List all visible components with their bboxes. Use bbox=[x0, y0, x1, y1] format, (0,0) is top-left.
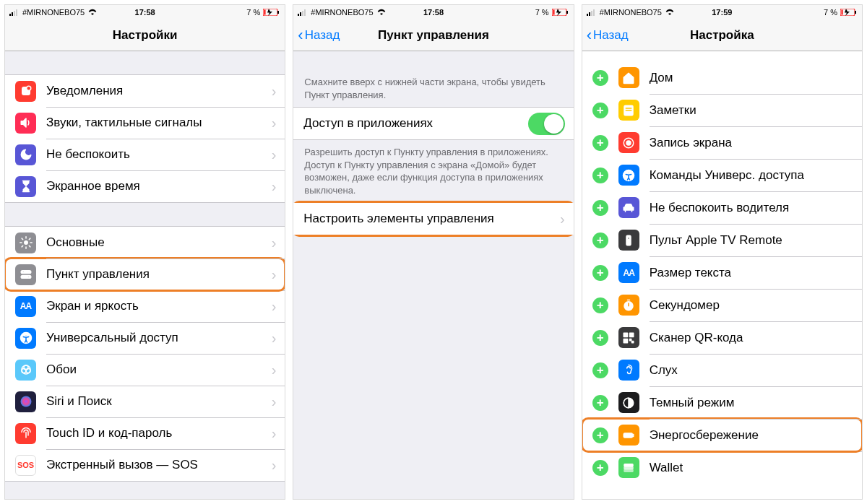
svg-point-20 bbox=[20, 396, 31, 407]
row-sos[interactable]: SOSЭкстренный вызов — SOS› bbox=[5, 449, 285, 481]
row-label: Настроить элементы управления bbox=[303, 212, 560, 226]
row-stopwatch[interactable]: +Секундомер bbox=[582, 289, 862, 321]
row-hourglass[interactable]: Экранное время› bbox=[5, 170, 285, 202]
moon-icon bbox=[15, 144, 36, 165]
row-remote[interactable]: +Пульт Apple TV Remote bbox=[582, 224, 862, 256]
screen-settings-root: #MIRNONEBO75 17:58 7 % Настройки Уведомл… bbox=[4, 4, 285, 500]
sos-icon: SOS bbox=[15, 455, 36, 476]
svg-point-8 bbox=[26, 86, 30, 90]
add-button[interactable]: + bbox=[592, 168, 608, 183]
row-label: Пункт управления bbox=[46, 267, 272, 282]
chevron-right-icon: › bbox=[272, 266, 277, 283]
chevron-right-icon: › bbox=[272, 235, 277, 251]
chevron-left-icon: ‹ bbox=[298, 27, 303, 43]
row-access-apps[interactable]: Доступ в приложениях bbox=[293, 108, 573, 139]
add-button[interactable]: + bbox=[592, 103, 608, 118]
svg-rect-0 bbox=[9, 14, 11, 16]
add-button[interactable]: + bbox=[592, 362, 608, 378]
control-center-content[interactable]: Смахните вверх с нижней части экрана, чт… bbox=[293, 51, 573, 499]
dark-icon bbox=[618, 392, 639, 413]
battery-percent: 7 % bbox=[535, 8, 549, 17]
customize-list[interactable]: +Дом+Заметки+Запись экрана+Команды Униве… bbox=[582, 51, 862, 499]
row-battery[interactable]: +Энергосбережение bbox=[582, 419, 862, 451]
status-bar: #MIRNONEBO75 17:58 7 % bbox=[293, 5, 573, 19]
row-moon[interactable]: Не беспокоить› bbox=[5, 139, 285, 170]
row-label: Touch ID и код-пароль bbox=[46, 426, 272, 440]
add-button[interactable]: + bbox=[592, 233, 608, 248]
status-bar: #MIRNONEBO75 17:58 7 % bbox=[5, 5, 285, 19]
add-button[interactable]: + bbox=[592, 70, 608, 86]
chevron-right-icon: › bbox=[272, 362, 277, 378]
svg-rect-57 bbox=[624, 469, 633, 472]
chevron-right-icon: › bbox=[272, 394, 277, 410]
battery-icon bbox=[618, 425, 639, 446]
row-dark[interactable]: +Темный режим bbox=[582, 386, 862, 419]
add-button[interactable]: + bbox=[592, 265, 608, 281]
row-home[interactable]: +Дом bbox=[582, 61, 862, 94]
add-button[interactable]: + bbox=[592, 297, 608, 313]
row-ear[interactable]: +Слух bbox=[582, 354, 862, 386]
svg-rect-30 bbox=[591, 11, 592, 16]
back-button[interactable]: ‹ Назад bbox=[298, 27, 340, 43]
row-accessibility[interactable]: +Команды Универс. доступа bbox=[582, 159, 862, 191]
add-button[interactable]: + bbox=[592, 135, 608, 151]
svg-point-41 bbox=[628, 172, 629, 173]
wifi-icon bbox=[665, 9, 675, 16]
row-label: Заметки bbox=[650, 103, 853, 118]
row-wallpaper[interactable]: Обои› bbox=[5, 354, 285, 386]
row-sounds[interactable]: Звуки, тактильные сигналы› bbox=[5, 107, 285, 139]
carrier-name: #MIRNONEBO75 bbox=[311, 8, 373, 17]
status-bar: #MIRNONEBO75 17:59 7 % bbox=[582, 5, 862, 19]
group-toggle: Доступ в приложениях bbox=[293, 107, 573, 140]
svg-rect-33 bbox=[841, 10, 842, 15]
row-notes[interactable]: +Заметки bbox=[582, 94, 862, 126]
add-button[interactable]: + bbox=[592, 460, 608, 476]
toggle-access-apps[interactable] bbox=[528, 113, 565, 135]
row-label: Слух bbox=[650, 363, 853, 378]
row-switches[interactable]: Пункт управления› bbox=[5, 258, 285, 290]
nav-bar: ‹ Назад Пункт управления bbox=[293, 19, 573, 51]
settings-list[interactable]: Уведомления›Звуки, тактильные сигналы›Не… bbox=[5, 51, 285, 499]
row-siri[interactable]: Siri и Поиск› bbox=[5, 386, 285, 417]
svg-rect-49 bbox=[624, 339, 627, 342]
add-button[interactable]: + bbox=[592, 395, 608, 411]
row-label: Уведомления bbox=[46, 84, 272, 98]
back-label: Назад bbox=[305, 28, 340, 43]
row-qr[interactable]: +Сканер QR-кода bbox=[582, 321, 862, 354]
row-customize-controls[interactable]: Настроить элементы управления › bbox=[293, 203, 573, 235]
row-text-size[interactable]: +AAРазмер текста bbox=[582, 256, 862, 289]
row-gear[interactable]: Основные› bbox=[5, 227, 285, 258]
row-accessibility[interactable]: Универсальный доступ› bbox=[5, 322, 285, 354]
row-label: Основные bbox=[46, 235, 272, 250]
row-label: Обои bbox=[46, 362, 272, 377]
signal-icon bbox=[9, 9, 20, 16]
siri-icon bbox=[15, 391, 36, 412]
row-wallet[interactable]: +Wallet bbox=[582, 451, 862, 484]
row-car[interactable]: +Не беспокоить водителя bbox=[582, 191, 862, 224]
status-time: 17:59 bbox=[712, 8, 732, 17]
add-button[interactable]: + bbox=[592, 427, 608, 443]
row-label: Экстренный вызов — SOS bbox=[46, 458, 272, 472]
row-label: Энергосбережение bbox=[650, 428, 853, 443]
row-notifications[interactable]: Уведомления› bbox=[5, 75, 285, 107]
row-fingerprint[interactable]: Touch ID и код-пароль› bbox=[5, 417, 285, 449]
row-text-size[interactable]: AAЭкран и яркость› bbox=[5, 290, 285, 322]
accessibility-icon bbox=[618, 165, 639, 186]
row-record[interactable]: +Запись экрана bbox=[582, 126, 862, 159]
sounds-icon bbox=[15, 113, 36, 134]
switches-icon bbox=[15, 264, 36, 285]
chevron-left-icon: ‹ bbox=[587, 27, 592, 43]
chevron-right-icon: › bbox=[272, 83, 277, 100]
svg-rect-27 bbox=[566, 11, 568, 14]
row-label: Не беспокоить bbox=[46, 147, 272, 162]
svg-point-15 bbox=[25, 334, 26, 336]
hourglass-icon bbox=[15, 176, 36, 197]
back-button[interactable]: ‹ Назад bbox=[587, 27, 629, 43]
stopwatch-icon bbox=[618, 295, 639, 316]
svg-point-9 bbox=[24, 241, 27, 245]
svg-rect-26 bbox=[553, 10, 554, 15]
add-button[interactable]: + bbox=[592, 200, 608, 216]
row-label: Siri и Поиск bbox=[46, 394, 272, 409]
add-button[interactable]: + bbox=[592, 330, 608, 346]
qr-icon bbox=[618, 327, 639, 348]
